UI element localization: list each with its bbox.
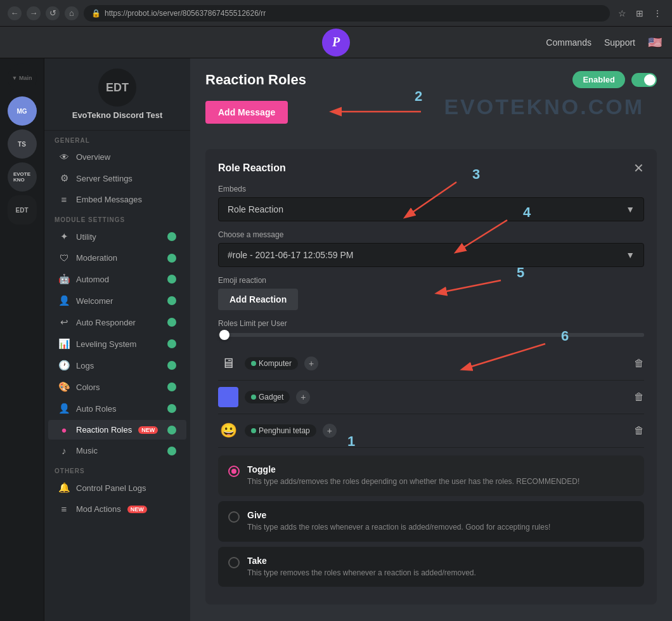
server-item-mg[interactable]: MG: [8, 96, 37, 126]
sidebar-item-mod-actions-label: Mod Actions: [76, 504, 121, 514]
embeds-label: Embeds: [218, 185, 644, 193]
sidebar-item-automod[interactable]: 🤖 Automod: [48, 269, 186, 289]
reaction-tag-label-2: Penghuni tetap: [259, 426, 310, 435]
sidebar-item-music[interactable]: ♪ Music: [48, 441, 186, 461]
add-tag-button-2[interactable]: +: [323, 424, 337, 438]
reaction-tag-label-0: Komputer: [259, 359, 292, 368]
delete-reaction-button-1[interactable]: 🗑: [634, 391, 644, 403]
enabled-toggle: Enabled: [572, 71, 657, 88]
choose-message-select[interactable]: #role - 2021-06-17 12:05:59 PM ▼: [218, 243, 644, 267]
toggle-switch[interactable]: [631, 73, 657, 87]
server-item-edt[interactable]: EDT: [8, 195, 37, 225]
emoji-reaction-section: Emoji reaction Add Reaction: [218, 276, 644, 310]
sidebar-item-auto-roles-label: Auto Roles: [76, 404, 117, 414]
sidebar-item-auto-roles[interactable]: 👤 Auto Roles: [48, 398, 186, 419]
colors-icon: 🎨: [58, 381, 70, 393]
sidebar-item-reaction-roles[interactable]: ● Reaction Roles NEW: [48, 420, 186, 440]
add-message-section: Add Message 2 EVOTEKNO.COM: [205, 101, 657, 136]
server-settings-icon: ⚙: [58, 173, 70, 184]
slider-end: [638, 333, 644, 337]
bookmark-icon[interactable]: ☆: [615, 6, 629, 20]
nav-home-button[interactable]: ⌂: [65, 6, 79, 20]
sidebar-item-utility[interactable]: ✦ Utility: [48, 226, 186, 247]
tag-dot-2: [251, 428, 256, 433]
sidebar-item-utility-label: Utility: [76, 232, 96, 242]
colors-status: [167, 382, 176, 391]
server-name: EvoTekno Discord Test: [72, 110, 163, 120]
add-reaction-wrapper: Add Reaction: [218, 289, 298, 310]
url-bar[interactable]: 🔒 https://probot.io/server/8056378674555…: [84, 5, 610, 22]
sidebar-item-embed-messages-label: Embed Messages: [76, 195, 142, 204]
sidebar: EDT EvoTekno Discord Test GENERAL 👁 Over…: [44, 58, 190, 621]
nav-refresh-button[interactable]: ↺: [46, 6, 60, 20]
roles-limit-slider[interactable]: [218, 333, 644, 337]
sidebar-item-music-label: Music: [76, 446, 98, 455]
radio-give-title: Give: [247, 510, 550, 520]
delete-reaction-button-0[interactable]: 🗑: [634, 358, 644, 369]
sidebar-item-welcomer[interactable]: 👤 Welcomer: [48, 291, 186, 311]
module-section-label: MODULE SETTINGS: [44, 210, 190, 226]
sidebar-item-mod-actions[interactable]: ≡ Mod Actions NEW: [48, 499, 186, 519]
add-tag-button-1[interactable]: +: [296, 390, 310, 404]
control-panel-logs-icon: 🔔: [58, 482, 70, 494]
add-tag-button-0[interactable]: +: [304, 356, 318, 370]
commands-link[interactable]: Commands: [546, 37, 591, 48]
sidebar-item-moderation[interactable]: 🛡 Moderation: [48, 248, 186, 268]
add-message-button[interactable]: Add Message: [205, 101, 288, 124]
server-item-main[interactable]: ▼ Main: [8, 63, 37, 93]
close-button[interactable]: ✕: [633, 162, 644, 174]
nav-back-button[interactable]: ←: [8, 6, 22, 20]
support-link[interactable]: Support: [604, 37, 635, 48]
language-flag[interactable]: 🇺🇸: [648, 36, 662, 49]
radio-give[interactable]: Give This type adds the roles whenever a…: [218, 501, 644, 542]
choose-message-section: Choose a message #role - 2021-06-17 12:0…: [218, 230, 644, 267]
reaction-emoji-2: 😀: [218, 421, 238, 441]
auto-responder-status: [167, 318, 176, 327]
delete-reaction-button-2[interactable]: 🗑: [634, 425, 644, 436]
sidebar-item-logs[interactable]: 🕐 Logs: [48, 355, 186, 376]
sidebar-item-reaction-roles-label: Reaction Roles: [76, 425, 132, 435]
nav-forward-button[interactable]: →: [27, 6, 41, 20]
automod-icon: 🤖: [58, 273, 70, 285]
role-reaction-panel: Role Reaction ✕ Embeds Role Reaction ▼ C…: [205, 149, 657, 605]
utility-status: [167, 232, 176, 241]
auto-responder-icon: ↩: [58, 317, 70, 328]
radio-take[interactable]: Take This type removes the roles wheneve…: [218, 547, 644, 587]
radio-toggle[interactable]: Toggle This type adds/removes the roles …: [218, 455, 644, 496]
browser-icons: ☆ ⊞ ⋮: [615, 6, 664, 20]
embeds-select[interactable]: Role Reaction ▼: [218, 197, 644, 221]
sidebar-item-auto-responder[interactable]: ↩ Auto Responder: [48, 312, 186, 332]
reaction-roles-status: [167, 426, 176, 435]
menu-icon[interactable]: ⋮: [650, 6, 664, 20]
sidebar-item-overview-label: Overview: [76, 152, 110, 162]
sidebar-item-leveling-system[interactable]: 📊 Leveling System: [48, 334, 186, 354]
server-list: ▼ Main MG TS EVOTEKNO EDT: [0, 58, 44, 621]
sidebar-item-overview[interactable]: 👁 Overview: [48, 147, 186, 167]
extensions-icon[interactable]: ⊞: [633, 6, 647, 20]
watermark: EVOTEKNO.COM: [444, 95, 644, 119]
tag-dot-0: [251, 361, 256, 366]
sidebar-item-embed-messages[interactable]: ≡ Embed Messages: [48, 190, 186, 209]
choose-message-label: Choose a message: [218, 230, 644, 239]
server-item-ts[interactable]: TS: [8, 129, 37, 159]
enabled-button[interactable]: Enabled: [572, 71, 625, 88]
sidebar-item-server-settings[interactable]: ⚙ Server Settings: [48, 168, 186, 188]
server-item-evotekno[interactable]: EVOTEKNO: [8, 162, 37, 192]
radio-toggle-title: Toggle: [247, 464, 579, 474]
general-section-label: GENERAL: [44, 131, 190, 147]
main-layout: ▼ Main MG TS EVOTEKNO EDT EDT EvoTekno D…: [0, 58, 672, 621]
add-reaction-button[interactable]: Add Reaction: [218, 289, 298, 310]
radio-give-text: Give This type adds the roles whenever a…: [247, 510, 550, 533]
sidebar-item-control-panel-logs[interactable]: 🔔 Control Panel Logs: [48, 478, 186, 498]
radio-options: Toggle This type adds/removes the roles …: [218, 455, 644, 587]
moderation-status: [167, 254, 176, 263]
radio-take-title: Take: [247, 556, 476, 566]
auto-roles-icon: 👤: [58, 403, 70, 414]
radio-circle-take: [228, 557, 240, 568]
panel-header: Role Reaction ✕: [218, 162, 644, 174]
sidebar-item-colors[interactable]: 🎨 Colors: [48, 377, 186, 397]
reaction-row-1: Gadget + 🗑: [218, 381, 644, 414]
sidebar-item-auto-responder-label: Auto Responder: [76, 318, 136, 327]
page-header: Reaction Roles Enabled: [205, 71, 657, 88]
logs-icon: 🕐: [58, 360, 70, 371]
